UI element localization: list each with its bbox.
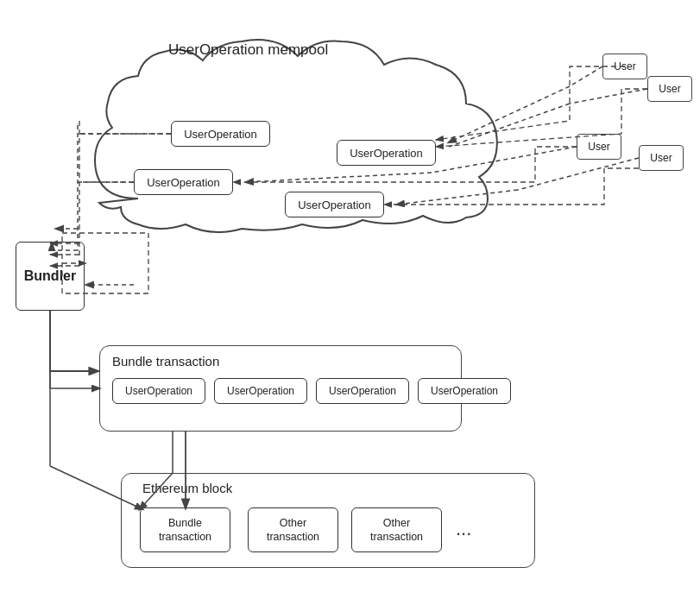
user-box-3: User — [577, 134, 621, 160]
ellipsis: ... — [456, 518, 471, 540]
userop-bundle-2: UserOperation — [214, 378, 307, 404]
svg-line-6 — [518, 158, 639, 190]
userop-cloud-4: UserOperation — [285, 192, 384, 217]
userop-cloud-1: UserOperation — [171, 121, 270, 147]
userop-bundle-1: UserOperation — [112, 378, 205, 404]
user-box-2: User — [647, 76, 692, 102]
user-box-1: User — [602, 54, 647, 79]
userop-bundle-4: UserOperation — [418, 378, 511, 404]
svg-line-2 — [570, 89, 647, 104]
eth-box-bundle: Bundle transaction — [140, 507, 230, 552]
bundler-box: Bundler — [16, 242, 85, 311]
eth-box-other-2: Other transaction — [351, 507, 442, 552]
eth-box-other-1: Other transaction — [248, 507, 338, 552]
bundle-container-label: Bundle transaction — [112, 354, 219, 369]
svg-line-0 — [570, 66, 602, 86]
cloud-label: UserOperation mempool — [168, 41, 328, 59]
userop-cloud-3: UserOperation — [134, 169, 233, 195]
userop-bundle-3: UserOperation — [316, 378, 409, 404]
user-box-4: User — [639, 145, 684, 171]
userop-cloud-2: UserOperation — [337, 140, 436, 166]
diagram: UserOperation mempool UserOperation User… — [0, 0, 700, 605]
eth-container-label: Ethereum block — [142, 481, 232, 495]
